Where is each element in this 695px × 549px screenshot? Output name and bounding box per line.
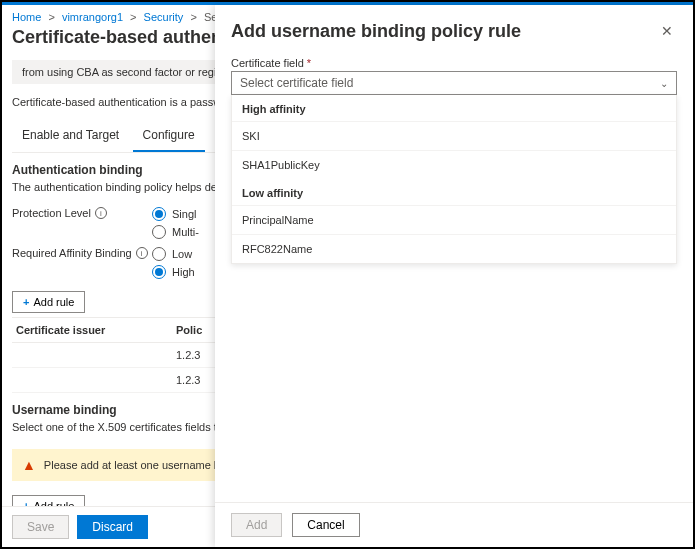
col-certificate-issuer: Certificate issuer (16, 324, 176, 336)
dropdown-list: High affinity SKI SHA1PublicKey Low affi… (231, 95, 677, 264)
required-asterisk: * (307, 57, 311, 69)
save-button: Save (12, 515, 69, 539)
certificate-field-label: Certificate field (231, 57, 304, 69)
add-rule-label: Add rule (33, 296, 74, 308)
dropdown-group-low-affinity: Low affinity (232, 179, 676, 205)
protection-level-label: Protection Level (12, 207, 91, 219)
dropdown-group-high-affinity: High affinity (232, 95, 676, 121)
tab-configure[interactable]: Configure (133, 122, 205, 152)
add-username-binding-panel: Add username binding policy rule ✕ Certi… (215, 5, 693, 547)
breadcrumb-security[interactable]: Security (144, 11, 184, 23)
discard-button[interactable]: Discard (77, 515, 148, 539)
breadcrumb-home[interactable]: Home (12, 11, 41, 23)
chevron-right-icon: > (48, 11, 54, 23)
info-icon[interactable]: i (95, 207, 107, 219)
dropdown-option-principalname[interactable]: PrincipalName (232, 205, 676, 234)
radio-low-affinity-label: Low (172, 248, 192, 260)
radio-high-affinity-label: High (172, 266, 195, 278)
panel-title: Add username binding policy rule (231, 21, 521, 42)
add-rule-button[interactable]: + Add rule (12, 291, 85, 313)
certificate-field-dropdown[interactable]: Select certificate field ⌄ (231, 71, 677, 95)
radio-low-affinity[interactable] (152, 247, 166, 261)
table-cell: 1.2.3 (176, 374, 200, 386)
warning-icon: ▲ (22, 457, 36, 473)
radio-multi-factor[interactable] (152, 225, 166, 239)
plus-icon: + (23, 296, 29, 308)
chevron-down-icon: ⌄ (660, 78, 668, 89)
chevron-right-icon: > (190, 11, 196, 23)
col-policy: Polic (176, 324, 202, 336)
radio-single-factor[interactable] (152, 207, 166, 221)
dropdown-placeholder: Select certificate field (240, 76, 353, 90)
dropdown-option-ski[interactable]: SKI (232, 121, 676, 150)
radio-multi-factor-label: Multi- (172, 226, 199, 238)
dropdown-option-rfc822name[interactable]: RFC822Name (232, 234, 676, 263)
chevron-right-icon: > (130, 11, 136, 23)
affinity-binding-label: Required Affinity Binding (12, 247, 132, 259)
radio-single-factor-label: Singl (172, 208, 196, 220)
panel-add-button: Add (231, 513, 282, 537)
tab-enable-and-target[interactable]: Enable and Target (12, 122, 129, 150)
breadcrumb-org[interactable]: vimrangorg1 (62, 11, 123, 23)
info-icon[interactable]: i (136, 247, 148, 259)
close-icon[interactable]: ✕ (657, 19, 677, 43)
dropdown-option-sha1publickey[interactable]: SHA1PublicKey (232, 150, 676, 179)
table-cell: 1.2.3 (176, 349, 200, 361)
panel-cancel-button[interactable]: Cancel (292, 513, 359, 537)
radio-high-affinity[interactable] (152, 265, 166, 279)
